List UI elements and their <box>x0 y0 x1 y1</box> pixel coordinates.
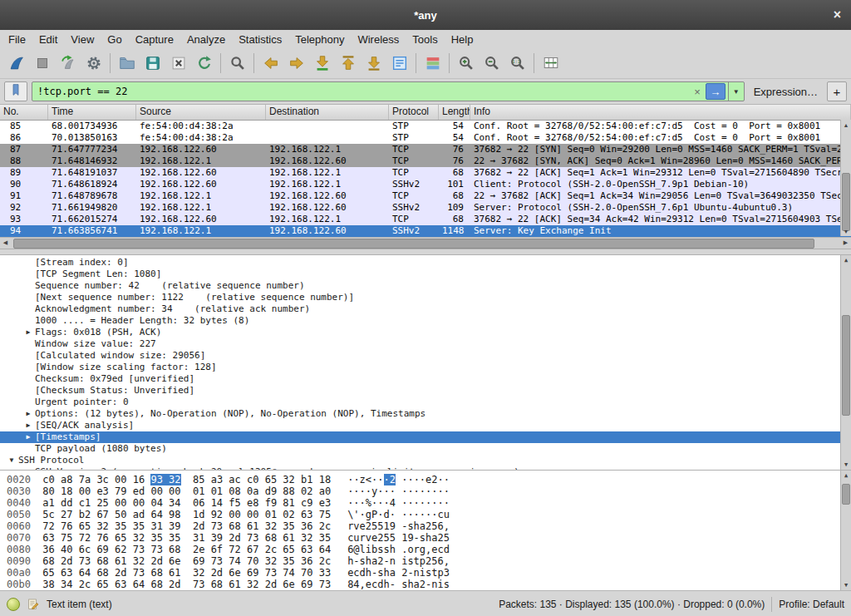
detail-line[interactable]: Acknowledgment number: 34 (relative ack … <box>0 303 851 315</box>
bytes-vscrollbar[interactable]: ▲ ▼ <box>840 471 851 590</box>
menu-view[interactable]: View <box>64 32 101 47</box>
filter-clear-icon[interactable]: × <box>689 86 706 98</box>
packet-row[interactable]: 9471.663856741192.168.122.1192.168.122.6… <box>0 225 851 237</box>
resize-columns-button[interactable] <box>538 52 563 75</box>
menu-tools[interactable]: Tools <box>406 32 444 47</box>
column-header-protocol[interactable]: Protocol <box>389 105 439 120</box>
detail-line[interactable]: ▶Flags: 0x018 (PSH, ACK) <box>0 327 851 338</box>
packet-row[interactable]: 8568.001734936fe:54:00:d4:38:2aSTP54Conf… <box>0 121 851 132</box>
detail-line[interactable]: ▶[Timestamps] <box>0 431 851 443</box>
scroll-down-icon[interactable]: ▼ <box>841 580 851 590</box>
packet-row[interactable]: 9371.662015274192.168.122.60192.168.122.… <box>0 214 851 225</box>
hex-row[interactable]: 0070 63 75 72 76 65 32 35 35 31 39 2d 73… <box>0 532 851 544</box>
go-to-packet-button[interactable] <box>309 52 335 75</box>
scroll-right-icon[interactable]: ▶ <box>840 238 851 248</box>
go-forward-button[interactable] <box>283 52 309 75</box>
packet-row[interactable]: 8670.013850163fe:54:00:d4:38:2aSTP54Conf… <box>0 132 851 144</box>
hex-row[interactable]: 0080 36 40 6c 69 62 73 73 68 2e 6f 72 67… <box>0 544 851 555</box>
column-header-info[interactable]: Info <box>470 105 851 120</box>
menu-file[interactable]: File <box>2 32 32 47</box>
expander-closed-icon[interactable]: ▶ <box>22 431 35 443</box>
packet-list-vscrollbar[interactable]: ▲ ▼ <box>840 120 851 236</box>
stop-capture-button[interactable] <box>29 52 55 75</box>
detail-line[interactable]: [TCP Segment Len: 1080] <box>0 269 851 280</box>
restart-capture-button[interactable] <box>55 52 81 75</box>
hex-row[interactable]: 00a0 65 63 64 68 2d 73 68 61 32 2d 6e 69… <box>0 567 851 579</box>
go-back-button[interactable] <box>258 52 283 75</box>
menu-telephony[interactable]: Telephony <box>288 32 351 47</box>
display-filter-input[interactable] <box>32 82 689 101</box>
status-profile[interactable]: Profile: Default <box>779 599 844 610</box>
packet-row[interactable]: 9171.648789678192.168.122.1192.168.122.6… <box>0 190 851 202</box>
detail-line[interactable]: TCP payload (1080 bytes) <box>0 443 851 455</box>
hex-row[interactable]: 0020 c0 a8 7a 3c 00 16 93 32 85 a3 ac c0… <box>0 474 851 485</box>
column-header-source[interactable]: Source <box>136 105 266 120</box>
expander-closed-icon[interactable]: ▶ <box>22 420 35 431</box>
add-filter-button[interactable]: + <box>827 81 847 101</box>
scroll-up-icon[interactable]: ▲ <box>841 255 851 265</box>
expression-button[interactable]: Expression… <box>749 86 823 98</box>
expert-info-icon[interactable] <box>7 598 20 611</box>
detail-line[interactable]: [Stream index: 0] <box>0 257 851 269</box>
menu-statistics[interactable]: Statistics <box>232 32 288 47</box>
scroll-down-icon[interactable]: ▼ <box>841 226 851 236</box>
close-file-button[interactable] <box>165 52 191 75</box>
find-packet-button[interactable] <box>224 52 250 75</box>
packet-row[interactable]: 8871.648146932192.168.122.1192.168.122.6… <box>0 155 851 167</box>
packet-row[interactable]: 8771.647777234192.168.122.60192.168.122.… <box>0 144 851 155</box>
hex-row[interactable]: 0030 80 18 00 e3 79 ed 00 00 01 01 08 0a… <box>0 485 851 497</box>
filter-bookmark-button[interactable] <box>4 81 27 101</box>
menu-analyze[interactable]: Analyze <box>180 32 232 47</box>
colorize-packets-button[interactable] <box>420 52 445 75</box>
detail-line[interactable]: [Checksum Status: Unverified] <box>0 385 851 397</box>
detail-line[interactable]: Window size value: 227 <box>0 338 851 350</box>
menu-edit[interactable]: Edit <box>32 32 64 47</box>
hex-row[interactable]: 0090 68 2d 73 68 61 32 2d 6e 69 73 74 70… <box>0 555 851 567</box>
column-header-destination[interactable]: Destination <box>266 105 389 120</box>
scroll-down-icon[interactable]: ▼ <box>841 460 851 470</box>
pane-splitter[interactable] <box>0 249 851 255</box>
filter-apply-button[interactable]: → <box>706 83 726 100</box>
open-file-button[interactable] <box>114 52 140 75</box>
menu-help[interactable]: Help <box>445 32 480 47</box>
column-header-time[interactable]: Time <box>48 105 136 120</box>
detail-line[interactable]: ▼SSH Protocol <box>0 455 851 466</box>
zoom-original-button[interactable]: 1:1 <box>504 52 530 75</box>
detail-line[interactable]: ▶[SEQ/ACK analysis] <box>0 420 851 431</box>
detail-line[interactable]: [Calculated window size: 29056] <box>0 350 851 362</box>
auto-scroll-button[interactable] <box>386 52 412 75</box>
packet-list-hscrollbar[interactable]: ◀ ▶ <box>0 237 851 249</box>
detail-line[interactable]: ▶Options: (12 bytes), No-Operation (NOP)… <box>0 408 851 420</box>
menu-wireless[interactable]: Wireless <box>351 32 406 47</box>
expander-closed-icon[interactable]: ▶ <box>22 327 35 338</box>
expander-closed-icon[interactable]: ▶ <box>22 408 35 420</box>
go-first-button[interactable] <box>335 52 361 75</box>
expander-open-icon[interactable]: ▼ <box>5 455 18 466</box>
menu-go[interactable]: Go <box>101 32 128 47</box>
hex-row[interactable]: 0040 a1 dd c1 25 00 00 04 34 06 14 f5 e8… <box>0 497 851 509</box>
packet-row[interactable]: 8971.648191037192.168.122.60192.168.122.… <box>0 167 851 179</box>
scroll-up-icon[interactable]: ▲ <box>841 120 851 130</box>
scroll-thumb[interactable] <box>842 173 850 230</box>
menu-capture[interactable]: Capture <box>129 32 180 47</box>
hex-row[interactable]: 00b0 38 34 2c 65 63 64 68 2d 73 68 61 32… <box>0 579 851 590</box>
scroll-thumb[interactable] <box>842 484 850 505</box>
start-capture-button[interactable] <box>3 52 29 75</box>
detail-line[interactable]: Checksum: 0x79ed [unverified] <box>0 373 851 385</box>
detail-line[interactable]: 1000 .... = Header Length: 32 bytes (8) <box>0 315 851 327</box>
column-header-no[interactable]: No. <box>0 105 48 120</box>
reload-file-button[interactable] <box>191 52 217 75</box>
filter-dropdown-icon[interactable]: ▼ <box>728 82 744 101</box>
detail-line[interactable]: [Window size scaling factor: 128] <box>0 362 851 373</box>
save-file-button[interactable] <box>140 52 165 75</box>
detail-line[interactable]: Urgent pointer: 0 <box>0 397 851 408</box>
zoom-out-button[interactable] <box>479 52 504 75</box>
hex-row[interactable]: 0050 5c 27 b2 67 50 ad 64 98 1d 92 00 00… <box>0 509 851 520</box>
capture-comment-icon[interactable] <box>27 598 40 611</box>
packet-row[interactable]: 9071.648618924192.168.122.60192.168.122.… <box>0 179 851 190</box>
scroll-thumb[interactable] <box>842 315 850 416</box>
zoom-in-button[interactable] <box>453 52 479 75</box>
detail-line[interactable]: Sequence number: 42 (relative sequence n… <box>0 280 851 292</box>
hex-row[interactable]: 0060 72 76 65 32 35 35 31 39 2d 73 68 61… <box>0 520 851 532</box>
detail-line[interactable]: [Next sequence number: 1122 (relative se… <box>0 292 851 303</box>
